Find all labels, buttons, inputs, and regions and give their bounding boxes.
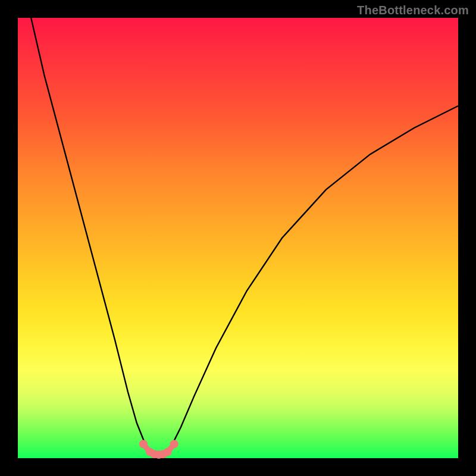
valley-marker-dot xyxy=(139,440,148,448)
valley-marker-dot xyxy=(170,440,178,448)
valley-marker-dot xyxy=(164,448,172,456)
bottleneck-curve xyxy=(31,18,458,456)
chart-frame: TheBottleneck.com xyxy=(0,0,476,476)
plot-area xyxy=(18,18,458,458)
watermark-text: TheBottleneck.com xyxy=(357,4,469,17)
curve-layer xyxy=(18,18,458,458)
